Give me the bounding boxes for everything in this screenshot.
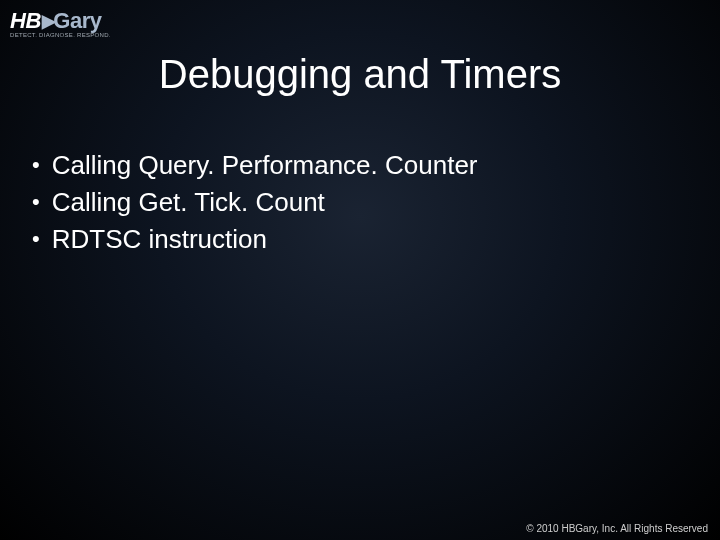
list-item: • Calling Query. Performance. Counter bbox=[32, 148, 478, 183]
copyright-text: © 2010 HBGary, Inc. All Rights Reserved bbox=[526, 523, 708, 534]
logo-tagline: DETECT. DIAGNOSE. RESPOND. bbox=[10, 32, 111, 38]
brand-logo: HB ▶ Gary DETECT. DIAGNOSE. RESPOND. bbox=[10, 8, 111, 38]
bullet-text: Calling Query. Performance. Counter bbox=[52, 148, 478, 183]
bullet-text: Calling Get. Tick. Count bbox=[52, 185, 325, 220]
bullet-text: RDTSC instruction bbox=[52, 222, 267, 257]
bullet-icon: • bbox=[32, 148, 40, 181]
list-item: • RDTSC instruction bbox=[32, 222, 478, 257]
bullet-icon: • bbox=[32, 185, 40, 218]
slide-title: Debugging and Timers bbox=[0, 52, 720, 97]
bullet-icon: • bbox=[32, 222, 40, 255]
logo-hb-text: HB bbox=[10, 8, 41, 34]
bullet-list: • Calling Query. Performance. Counter • … bbox=[32, 148, 478, 259]
logo-gary-text: Gary bbox=[53, 8, 101, 34]
logo-wordmark: HB ▶ Gary bbox=[10, 8, 101, 34]
list-item: • Calling Get. Tick. Count bbox=[32, 185, 478, 220]
